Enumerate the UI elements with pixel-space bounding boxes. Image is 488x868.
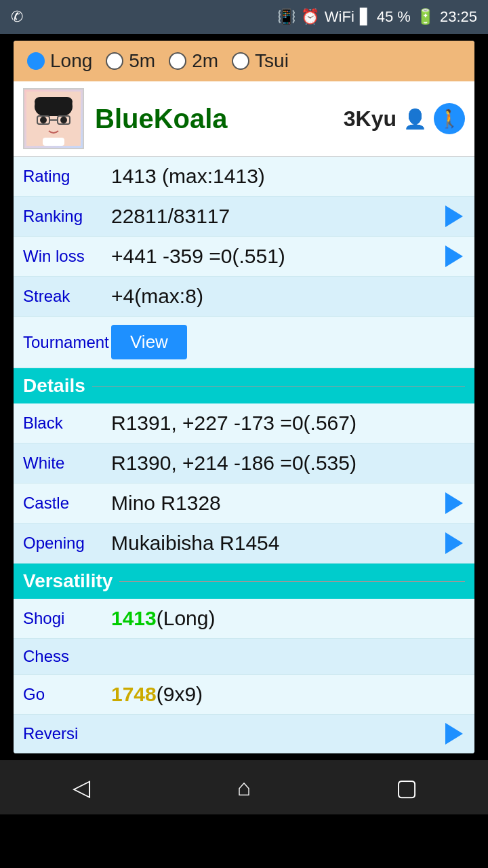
go-rating: 1748: [111, 683, 157, 705]
chess-label: Chess: [23, 647, 111, 666]
opening-value: Mukaibisha R1454: [111, 532, 443, 555]
battery-level: 45 %: [377, 8, 411, 26]
ranking-row[interactable]: Ranking 22811/83117: [14, 197, 474, 237]
clock: 23:25: [440, 8, 477, 26]
details-label: Details: [23, 375, 85, 397]
details-divider: [92, 386, 465, 387]
black-row: Black R1391, +227 -173 =0(.567): [14, 403, 474, 443]
profile-header: BlueKoala 3Kyu 👤 🚶: [14, 81, 474, 157]
person-icon: 👤: [403, 108, 427, 130]
go-label: Go: [23, 685, 111, 704]
rating-row: Rating 1413 (max:1413): [14, 157, 474, 197]
castle-arrow: [443, 492, 465, 514]
ranking-label: Ranking: [23, 207, 111, 226]
tournament-view-button[interactable]: View: [111, 325, 187, 359]
versatility-divider: [119, 581, 465, 582]
status-left: ✆: [11, 8, 23, 26]
profile-info: BlueKoala: [95, 104, 333, 134]
recent-button[interactable]: ▢: [386, 767, 427, 808]
details-section-header: Details: [14, 368, 474, 403]
rank-text: 3Kyu: [344, 106, 396, 132]
radio-long[interactable]: [27, 52, 45, 70]
go-row: Go 1748(9x9): [14, 675, 474, 715]
phone-icon: ✆: [11, 8, 23, 26]
ranking-arrow: [443, 205, 465, 227]
username: BlueKoala: [95, 104, 333, 134]
streak-label: Streak: [23, 287, 111, 306]
tournament-label: Tournament: [23, 333, 111, 352]
bottom-nav: ◁ ⌂ ▢: [0, 760, 488, 814]
reversi-arrow: [443, 723, 465, 745]
go-value: 1748(9x9): [111, 683, 465, 706]
rating-value: 1413 (max:1413): [111, 165, 465, 188]
reversi-row[interactable]: Reversi: [14, 715, 474, 753]
opening-arrow: [443, 532, 465, 554]
back-icon: ◁: [73, 774, 90, 801]
opening-row[interactable]: Opening Mukaibisha R1454: [14, 524, 474, 564]
tournament-row: Tournament View: [14, 317, 474, 368]
vibrate-icon: 📳: [277, 8, 296, 26]
castle-label: Castle: [23, 494, 111, 513]
avatar: [23, 88, 84, 149]
rank-area: 3Kyu 👤 🚶: [344, 103, 465, 134]
shogi-rating: 1413: [111, 607, 157, 629]
opening-label: Opening: [23, 534, 111, 553]
back-button[interactable]: ◁: [61, 767, 102, 808]
app-container: Long 5m 2m Tsui: [14, 41, 474, 753]
rating-label: Rating: [23, 167, 111, 186]
tab-2m[interactable]: 2m: [169, 50, 218, 72]
shogi-row: Shogi 1413(Long): [14, 599, 474, 639]
tab-tsui[interactable]: Tsui: [232, 50, 289, 72]
winloss-arrow: [443, 245, 465, 267]
svg-rect-3: [35, 97, 73, 106]
white-value: R1390, +214 -186 =0(.535): [111, 452, 465, 475]
ranking-value: 22811/83117: [111, 205, 443, 228]
shogi-value: 1413(Long): [111, 607, 465, 630]
black-label: Black: [23, 414, 111, 433]
home-icon: ⌂: [237, 774, 251, 801]
home-button[interactable]: ⌂: [224, 767, 264, 808]
winloss-label: Win loss: [23, 247, 111, 266]
shogi-suffix: (Long): [157, 607, 216, 629]
go-suffix: (9x9): [157, 683, 203, 705]
castle-value: Mino R1328: [111, 492, 443, 515]
streak-value: +4(max:8): [111, 285, 465, 308]
versatility-label: Versatility: [23, 570, 113, 592]
radio-5m[interactable]: [106, 52, 123, 70]
chess-row: Chess: [14, 639, 474, 675]
reversi-label: Reversi: [23, 724, 111, 743]
svg-point-8: [60, 117, 67, 123]
main-content: Long 5m 2m Tsui: [0, 34, 488, 753]
wifi-icon: WiFi: [325, 8, 354, 26]
radio-2m[interactable]: [169, 52, 186, 70]
battery-icon: 🔋: [416, 8, 434, 26]
tab-tsui-label: Tsui: [255, 50, 289, 72]
alarm-icon: ⏰: [301, 8, 319, 26]
recent-icon: ▢: [396, 774, 418, 801]
tab-long-label: Long: [50, 50, 92, 72]
tab-bar: Long 5m 2m Tsui: [14, 41, 474, 81]
radio-tsui[interactable]: [232, 52, 249, 70]
black-value: R1391, +227 -173 =0(.567): [111, 412, 465, 435]
castle-row[interactable]: Castle Mino R1328: [14, 484, 474, 524]
svg-rect-9: [43, 138, 64, 146]
white-row: White R1390, +214 -186 =0(.535): [14, 443, 474, 484]
versatility-section-header: Versatility: [14, 564, 474, 599]
white-label: White: [23, 454, 111, 473]
winloss-value: +441 -359 =0(.551): [111, 245, 443, 268]
tab-long[interactable]: Long: [27, 50, 92, 72]
tab-2m-label: 2m: [192, 50, 218, 72]
status-bar: ✆ 📳 ⏰ WiFi ▋ 45 % 🔋 23:25: [0, 0, 488, 34]
tab-5m[interactable]: 5m: [106, 50, 155, 72]
status-right: 📳 ⏰ WiFi ▋ 45 % 🔋 23:25: [277, 8, 477, 26]
shogi-label: Shogi: [23, 609, 111, 628]
streak-row: Streak +4(max:8): [14, 277, 474, 317]
svg-point-7: [40, 117, 47, 123]
tab-5m-label: 5m: [129, 50, 155, 72]
winloss-row[interactable]: Win loss +441 -359 =0(.551): [14, 237, 474, 277]
signal-icon: ▋: [360, 8, 371, 26]
walk-icon[interactable]: 🚶: [434, 103, 465, 134]
